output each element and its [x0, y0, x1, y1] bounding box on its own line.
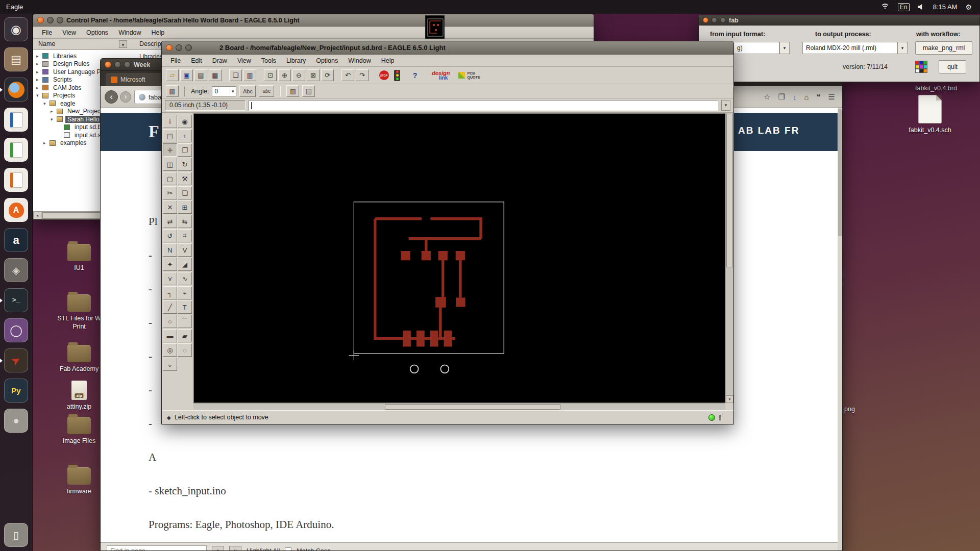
zoom-select-icon[interactable]: ⊠: [307, 69, 320, 81]
arc-tool[interactable]: ⌒: [178, 315, 192, 328]
name-tool[interactable]: N: [163, 243, 177, 257]
wire-tool[interactable]: ╱: [163, 300, 177, 314]
close-icon[interactable]: [703, 17, 708, 23]
undo-icon[interactable]: ↶: [341, 69, 354, 81]
minimize-icon[interactable]: [47, 17, 54, 23]
move-tool[interactable]: ✛: [163, 143, 177, 157]
delete-tool[interactable]: ✕: [163, 201, 177, 214]
highlight-all-button[interactable]: Highlight All: [247, 547, 280, 551]
menu-item[interactable]: Help: [147, 28, 169, 37]
share-icon[interactable]: ❝: [816, 92, 820, 102]
menu-icon[interactable]: ☰: [828, 92, 835, 102]
find-previous-icon[interactable]: [212, 546, 224, 551]
close-icon[interactable]: [105, 61, 111, 68]
quit-button[interactable]: quit: [939, 60, 966, 73]
ubuntu-one-icon[interactable]: [4, 318, 28, 342]
terminal-icon[interactable]: [4, 288, 28, 312]
display-tool[interactable]: ▤: [163, 129, 177, 142]
gimp-icon[interactable]: [4, 258, 28, 282]
forward-icon[interactable]: [120, 91, 131, 103]
ripup-tool[interactable]: ⌁: [178, 286, 192, 299]
input-format-dropdown-icon[interactable]: [779, 42, 790, 54]
zoom-in-icon[interactable]: ⊕: [278, 69, 291, 81]
menu-item[interactable]: Tools: [257, 56, 281, 65]
libreoffice-writer-icon[interactable]: [4, 108, 28, 132]
grid-settings-button[interactable]: ▦: [166, 85, 179, 97]
scrollbar-thumb[interactable]: [726, 114, 733, 267]
layer-grid-icon[interactable]: ▥: [243, 69, 256, 81]
firefox-icon[interactable]: [4, 78, 28, 102]
add-tool[interactable]: ⊞: [178, 201, 192, 214]
trash-icon[interactable]: [4, 523, 28, 547]
find-input[interactable]: [107, 545, 207, 551]
expand-arrow-icon[interactable]: ▸: [51, 109, 56, 114]
info-tool[interactable]: i: [163, 115, 177, 128]
output-process-select[interactable]: Roland MDX-20 mill (.rml): [802, 42, 897, 54]
alert-icon[interactable]: !: [719, 413, 721, 422]
expand-arrow-icon[interactable]: ▸: [36, 61, 42, 66]
sch-file-icon[interactable]: [918, 95, 942, 123]
command-input[interactable]: [249, 100, 718, 111]
expand-arrow-icon[interactable]: ▸: [36, 77, 42, 82]
files-icon[interactable]: [4, 47, 28, 71]
menu-item[interactable]: Options: [311, 56, 342, 65]
display-mode-button-2[interactable]: ▤: [302, 85, 315, 97]
desktop-icon-label-brd[interactable]: fabkit_v0.4.brd: [894, 85, 978, 92]
expand-arrow-icon[interactable]: ▾: [51, 117, 56, 122]
polygon-tool[interactable]: ▰: [178, 329, 192, 342]
miter-tool[interactable]: ◢: [178, 258, 192, 271]
print-icon[interactable]: ▤: [194, 69, 207, 81]
keyboard-indicator[interactable]: En: [898, 3, 910, 11]
volume-icon[interactable]: [918, 4, 925, 10]
route-tool[interactable]: ┐: [163, 286, 177, 299]
mark-tool[interactable]: +: [178, 129, 192, 142]
scrollbar-thumb[interactable]: [838, 109, 842, 236]
control-panel-titlebar[interactable]: Control Panel - /home/fab/eagle/Sarah He…: [33, 14, 594, 27]
abc-vector-font-button[interactable]: abc: [259, 85, 274, 97]
dash-home-icon[interactable]: [4, 17, 28, 41]
menu-item[interactable]: Help: [377, 56, 399, 65]
menu-item[interactable]: View: [233, 56, 256, 65]
menu-item[interactable]: Draw: [208, 56, 232, 65]
more-tools-icon[interactable]: ⌄: [163, 358, 177, 371]
value-tool[interactable]: V: [178, 243, 192, 257]
desktop-icon-label-sch[interactable]: fabkit_v0.4.sch: [901, 127, 959, 134]
expand-arrow-icon[interactable]: ▸: [36, 54, 42, 59]
desktop-icon-label-png[interactable]: png: [844, 406, 875, 413]
group-tool[interactable]: ▢: [163, 172, 177, 185]
show-tool[interactable]: ◉: [178, 115, 192, 128]
board-titlebar[interactable]: 2 Board - /home/fab/eagle/New_Project/in…: [162, 41, 733, 55]
maximize-icon[interactable]: [57, 17, 63, 23]
menu-item[interactable]: File: [37, 28, 57, 37]
rect-tool[interactable]: ▬: [163, 329, 177, 342]
reading-list-icon[interactable]: ❒: [778, 92, 785, 102]
expand-arrow-icon[interactable]: ▾: [36, 93, 42, 98]
export-image-icon[interactable]: ▦: [209, 69, 222, 81]
wifi-icon[interactable]: [880, 4, 890, 10]
abc-text-button[interactable]: Abc: [239, 85, 256, 97]
menu-item[interactable]: Library: [282, 56, 310, 65]
python-icon[interactable]: [4, 379, 28, 403]
zoom-redraw-icon[interactable]: ⟳: [321, 69, 334, 81]
text-tool[interactable]: T: [178, 300, 192, 314]
expand-arrow-icon[interactable]: ▸: [36, 85, 42, 90]
menu-item[interactable]: Edit: [186, 56, 207, 65]
expand-arrow-icon[interactable]: ▸: [43, 140, 49, 145]
home-icon[interactable]: ⌂: [804, 93, 808, 102]
maximize-icon[interactable]: [185, 44, 192, 51]
mirror-tool[interactable]: ◫: [163, 158, 177, 171]
expand-arrow-icon[interactable]: ▸: [36, 69, 42, 74]
design-link-logo[interactable]: design link: [432, 70, 450, 81]
fab-titlebar[interactable]: fab: [699, 15, 979, 26]
back-icon[interactable]: [105, 90, 118, 104]
software-center-icon[interactable]: [4, 198, 28, 222]
menu-item[interactable]: Window: [344, 56, 375, 65]
zoom-out-icon[interactable]: ⊖: [292, 69, 305, 81]
scrollbar-thumb[interactable]: [385, 404, 560, 410]
via-tool[interactable]: ◎: [163, 343, 177, 357]
circle-tool[interactable]: ○: [163, 315, 177, 328]
output-process-dropdown-icon[interactable]: [897, 42, 908, 54]
split-tool[interactable]: ⋎: [163, 272, 177, 285]
optimize-tool[interactable]: ∿: [178, 272, 192, 285]
menu-item[interactable]: Window: [114, 28, 145, 37]
